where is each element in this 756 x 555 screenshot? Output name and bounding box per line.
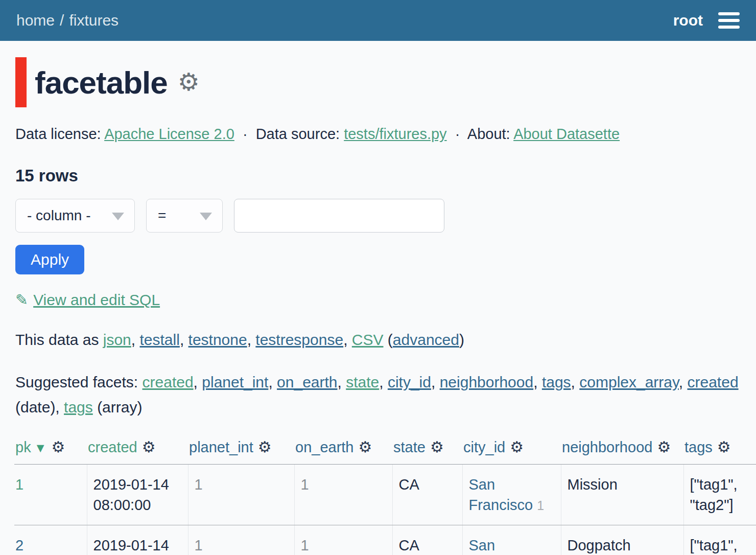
comma: ,	[571, 374, 575, 390]
column-sort-link-on-earth[interactable]: on_earth	[295, 439, 354, 455]
column-sort-link-tags[interactable]: tags	[684, 439, 713, 455]
foreign-key-link[interactable]: San Francisco	[469, 537, 533, 555]
apply-button[interactable]: Apply	[15, 245, 84, 274]
export-link-testall[interactable]: testall	[140, 331, 180, 348]
cell-tags: ["tag1", "tag2"]	[683, 465, 756, 525]
column-header-tags: tags⚙	[683, 434, 756, 465]
cell-on-earth: 1	[294, 465, 392, 525]
title-accent-bar	[15, 57, 27, 107]
breadcrumb: home/fixtures	[16, 12, 119, 29]
column-menu-gear-icon[interactable]: ⚙	[142, 438, 156, 456]
view-edit-sql-link[interactable]: View and edit SQL	[33, 291, 160, 308]
foreign-key-id-badge: 1	[537, 498, 544, 513]
separator-dot: ·	[455, 126, 460, 142]
results-table-wrapper: pk▼⚙ created⚙ planet_int⚙ on_earth⚙ stat…	[14, 434, 756, 555]
facet-link-tags-array[interactable]: tags	[64, 399, 93, 415]
comma: ,	[194, 374, 198, 390]
facet-link-tags[interactable]: tags	[542, 374, 571, 390]
sort-desc-icon: ▼	[34, 441, 47, 455]
column-header-neighborhood: neighborhood⚙	[561, 434, 683, 465]
about-link[interactable]: About Datasette	[513, 126, 620, 142]
filter-operator-selected-value: =	[158, 207, 166, 224]
cell-city-id: San Francisco1	[462, 525, 561, 555]
column-menu-gear-icon[interactable]: ⚙	[359, 438, 372, 456]
comma: ,	[338, 374, 342, 390]
facet-link-complex-array[interactable]: complex_array	[579, 374, 679, 390]
column-sort-link-neighborhood[interactable]: neighborhood	[562, 439, 652, 455]
logged-in-user[interactable]: root	[673, 12, 703, 29]
column-menu-gear-icon[interactable]: ⚙	[657, 438, 671, 456]
facet-link-city-id[interactable]: city_id	[388, 374, 431, 390]
export-prefix: This data as	[15, 331, 99, 348]
facet-suffix-array: (array)	[97, 399, 142, 415]
filter-operator-select[interactable]: =	[146, 199, 223, 233]
column-sort-link-created[interactable]: created	[88, 439, 137, 455]
table-settings-gear-icon[interactable]: ⚙	[178, 70, 200, 95]
hamburger-menu-icon[interactable]	[718, 7, 740, 34]
column-sort-link-planet-int[interactable]: planet_int	[189, 439, 253, 455]
facet-link-created-date[interactable]: created	[688, 374, 739, 390]
table-row: 2 2019-01-14 08:00:00 1 1 CA San Francis…	[14, 525, 756, 555]
cell-pk: 1	[14, 465, 87, 525]
breadcrumb-home-link[interactable]: home	[16, 12, 55, 29]
facet-suffix-date: (date),	[15, 399, 60, 415]
table-header-row: pk▼⚙ created⚙ planet_int⚙ on_earth⚙ stat…	[14, 434, 756, 465]
breadcrumb-database-link[interactable]: fixtures	[69, 12, 119, 29]
separator-dot: ·	[243, 126, 248, 142]
column-menu-gear-icon[interactable]: ⚙	[51, 438, 65, 456]
export-link-json[interactable]: json	[103, 331, 131, 348]
cell-neighborhood: Mission	[561, 465, 683, 525]
column-header-city-id: city_id⚙	[462, 434, 561, 465]
export-links-row: This data as json, testall, testnone, te…	[15, 331, 741, 349]
column-menu-gear-icon[interactable]: ⚙	[717, 438, 731, 456]
column-sort-link-pk[interactable]: pk	[15, 439, 31, 455]
column-sort-link-city-id[interactable]: city_id	[463, 439, 505, 455]
cell-on-earth: 1	[294, 525, 392, 555]
cell-planet-int: 1	[188, 525, 294, 555]
suggested-facets-row: Suggested facets: created, planet_int, o…	[15, 370, 741, 420]
comma: ,	[247, 331, 251, 348]
column-menu-gear-icon[interactable]: ⚙	[430, 438, 444, 456]
column-header-pk: pk▼⚙	[14, 434, 87, 465]
cell-city-id: San Francisco1	[462, 465, 561, 525]
export-link-csv[interactable]: CSV	[352, 331, 384, 348]
row-pk-link[interactable]: 1	[15, 476, 23, 493]
export-link-testresponse[interactable]: testresponse	[255, 331, 343, 348]
cell-created: 2019-01-14 08:00:00	[87, 465, 188, 525]
column-header-on-earth: on_earth⚙	[294, 434, 392, 465]
column-sort-link-state[interactable]: state	[393, 439, 426, 455]
facet-link-state[interactable]: state	[346, 374, 379, 390]
source-link[interactable]: tests/fixtures.py	[344, 126, 446, 142]
page-title-row: facetable ⚙	[15, 57, 741, 107]
cell-created: 2019-01-14 08:00:00	[87, 525, 188, 555]
filter-column-select[interactable]: - column -	[15, 199, 135, 233]
comma: ,	[180, 331, 184, 348]
cell-planet-int: 1	[188, 465, 294, 525]
foreign-key-link[interactable]: San Francisco	[469, 476, 533, 513]
metadata-line: Data license: Apache License 2.0 · Data …	[15, 126, 741, 143]
column-header-state: state⚙	[392, 434, 462, 465]
export-link-advanced[interactable]: advanced	[393, 331, 459, 348]
row-pk-link[interactable]: 2	[15, 537, 23, 553]
facet-link-neighborhood[interactable]: neighborhood	[440, 374, 534, 390]
filter-column-selected-value: - column -	[27, 207, 90, 224]
paren-open: (	[388, 331, 393, 348]
cell-neighborhood: Dogpatch	[561, 525, 683, 555]
comma: ,	[131, 331, 135, 348]
facet-link-planet-int[interactable]: planet_int	[202, 374, 268, 390]
license-link[interactable]: Apache License 2.0	[104, 126, 234, 142]
facet-link-on-earth[interactable]: on_earth	[277, 374, 337, 390]
facet-link-created[interactable]: created	[143, 374, 194, 390]
filter-value-input[interactable]	[234, 199, 444, 233]
column-menu-gear-icon[interactable]: ⚙	[258, 438, 272, 456]
column-header-planet-int: planet_int⚙	[188, 434, 294, 465]
column-menu-gear-icon[interactable]: ⚙	[510, 438, 524, 456]
sql-link-row: ✎View and edit SQL	[15, 291, 741, 309]
cell-tags: ["tag1", "tag3"]	[683, 525, 756, 555]
comma: ,	[431, 374, 435, 390]
paren-close: )	[459, 331, 464, 348]
pencil-icon: ✎	[15, 291, 28, 308]
export-link-testnone[interactable]: testnone	[188, 331, 247, 348]
comma: ,	[268, 374, 272, 390]
license-label: Data license:	[15, 126, 101, 142]
